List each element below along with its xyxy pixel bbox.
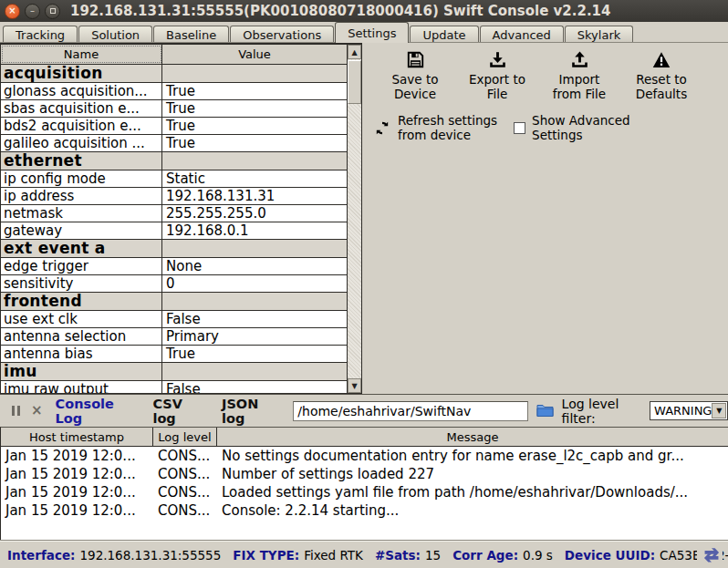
settings-row[interactable]: bds2 acquisition e...True <box>1 118 347 135</box>
setting-name: use ext clk <box>1 311 162 327</box>
refresh-settings-button[interactable]: Refresh settings from device <box>375 113 497 142</box>
settings-row[interactable]: edge triggerNone <box>1 258 347 275</box>
setting-value: Primary <box>162 328 347 345</box>
export-to-file-button[interactable]: Export to File <box>457 50 537 101</box>
status-label: Device UUID: <box>565 548 655 563</box>
title-bar: × – 192.168.131.31:55555(PK0010808071800… <box>0 0 728 22</box>
tab-update[interactable]: Update <box>410 26 478 43</box>
csv-log-toggle[interactable]: CSV log <box>152 397 203 426</box>
status-item: Corr Age:0.9 s <box>441 546 553 563</box>
setting-value <box>162 363 347 380</box>
close-icon[interactable]: × <box>31 404 43 418</box>
folder-icon[interactable] <box>536 404 554 418</box>
settings-actions-panel: Save to Device Export to File Import fro… <box>362 43 728 394</box>
settings-section-row[interactable]: acquisition <box>1 65 347 83</box>
log-timestamp: Jan 15 2019 12:0... <box>1 447 153 465</box>
show-advanced-checkbox[interactable] <box>514 122 525 134</box>
settings-row[interactable]: antenna biasTrue <box>1 346 347 363</box>
settings-row[interactable]: antenna selectionPrimary <box>1 328 347 346</box>
settings-options-row: Refresh settings from device Show Advanc… <box>375 113 728 142</box>
settings-row[interactable]: sbas acquisition e...True <box>1 100 347 118</box>
column-header-name[interactable]: Name <box>1 45 162 64</box>
setting-value: True <box>162 100 347 117</box>
setting-value: True <box>162 118 347 134</box>
log-message: Console: 2.2.14 starting... <box>217 501 728 520</box>
setting-name: imu raw output <box>1 381 162 393</box>
tab-observations[interactable]: Observations <box>230 26 334 43</box>
log-message: Loaded settings yaml file from path /hom… <box>217 483 728 501</box>
import-from-file-button[interactable]: Import from File <box>539 50 619 101</box>
import-from-file-label: Import from File <box>553 72 606 101</box>
settings-row[interactable]: ip address192.168.131.31 <box>1 188 347 205</box>
window-close-icon[interactable]: × <box>5 4 20 19</box>
settings-table-header: Name Value <box>1 45 361 65</box>
settings-section-row[interactable]: frontend <box>1 293 347 311</box>
setting-name: antenna selection <box>1 328 162 345</box>
scroll-down-icon[interactable]: ▼ <box>348 378 361 393</box>
settings-row[interactable]: imu raw outputFalse <box>1 381 347 393</box>
log-level: CONS... <box>153 465 217 483</box>
setting-name: netmask <box>1 205 162 222</box>
log-level: CONS... <box>153 447 217 465</box>
scrollbar-thumb[interactable] <box>348 60 361 104</box>
save-to-device-label: Save to Device <box>392 72 439 101</box>
settings-row[interactable]: netmask255.255.255.0 <box>1 205 347 222</box>
tab-settings[interactable]: Settings <box>335 22 409 43</box>
setting-value: 255.255.255.0 <box>162 205 347 222</box>
setting-value: 0 <box>162 275 347 292</box>
settings-row[interactable]: ip config modeStatic <box>1 170 347 188</box>
save-to-device-button[interactable]: Save to Device <box>375 50 455 101</box>
status-value: 192.168.131.31:55555 <box>79 548 221 563</box>
window-minimize-icon[interactable]: – <box>25 4 40 19</box>
column-header-host-timestamp[interactable]: Host timestamp <box>1 428 153 446</box>
tab-skylark[interactable]: Skylark <box>565 26 633 43</box>
sync-icon[interactable] <box>697 547 723 563</box>
warning-icon <box>652 50 671 68</box>
tab-advanced[interactable]: Advanced <box>480 26 564 43</box>
pause-icon[interactable] <box>12 406 23 416</box>
window-maximize-icon[interactable] <box>45 4 60 19</box>
tab-solution[interactable]: Solution <box>78 26 152 43</box>
settings-row[interactable]: glonass acquisition...True <box>1 83 347 100</box>
show-advanced-label: Show Advanced Settings <box>532 113 629 142</box>
status-label: Corr Age: <box>452 548 518 563</box>
status-value: Fixed RTK <box>304 548 363 563</box>
column-header-message[interactable]: Message <box>217 428 728 446</box>
setting-value: False <box>162 381 347 393</box>
settings-section-row[interactable]: ethernet <box>1 152 347 170</box>
scroll-up-icon[interactable]: ▲ <box>348 45 361 59</box>
log-rows: Jan 15 2019 12:0...CONS...No settings do… <box>1 447 728 520</box>
log-path-input[interactable] <box>293 401 527 421</box>
log-level: CONS... <box>153 483 217 501</box>
log-row[interactable]: Jan 15 2019 12:0...CONS...Console: 2.2.1… <box>1 501 728 520</box>
column-header-log-level[interactable]: Log level <box>153 428 217 446</box>
settings-section-row[interactable]: imu <box>1 363 347 381</box>
status-item: Interface:192.168.131.31:55555 <box>7 546 221 563</box>
status-value: 0.9 s <box>523 548 553 563</box>
json-log-toggle[interactable]: JSON log <box>222 397 277 426</box>
status-label: #Sats: <box>375 548 421 563</box>
console-log-tab[interactable]: Console Log <box>56 397 134 426</box>
settings-scrollbar[interactable]: ▲ ▼ <box>347 45 361 393</box>
column-header-value[interactable]: Value <box>162 45 347 64</box>
log-timestamp: Jan 15 2019 12:0... <box>1 501 153 520</box>
settings-row[interactable]: use ext clkFalse <box>1 311 347 328</box>
tab-baseline[interactable]: Baseline <box>153 26 229 43</box>
log-timestamp: Jan 15 2019 12:0... <box>1 483 153 501</box>
log-level-filter-select[interactable]: WARNING ▼ <box>650 401 728 420</box>
setting-name: ip config mode <box>1 170 162 187</box>
log-row[interactable]: Jan 15 2019 12:0...CONS...No settings do… <box>1 447 728 465</box>
settings-row[interactable]: gateway192.168.0.1 <box>1 222 347 240</box>
settings-section-row[interactable]: ext event a <box>1 240 347 258</box>
setting-name: imu <box>1 363 162 380</box>
log-row[interactable]: Jan 15 2019 12:0...CONS...Loaded setting… <box>1 483 728 501</box>
settings-row[interactable]: galileo acquisition ...True <box>1 135 347 152</box>
log-row[interactable]: Jan 15 2019 12:0...CONS...Number of sett… <box>1 465 728 483</box>
status-item: FIX TYPE:Fixed RTK <box>221 546 363 563</box>
setting-value: 192.168.131.31 <box>162 188 347 204</box>
setting-value <box>162 293 347 310</box>
setting-name: ethernet <box>1 152 162 170</box>
reset-to-defaults-button[interactable]: Reset to Defaults <box>621 50 702 101</box>
tab-tracking[interactable]: Tracking <box>3 26 78 43</box>
settings-row[interactable]: sensitivity0 <box>1 275 347 293</box>
